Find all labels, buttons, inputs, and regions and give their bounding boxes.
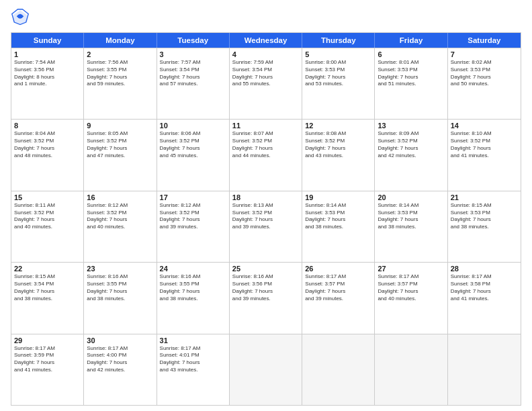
- day-info: Sunrise: 8:01 AM Sunset: 3:53 PM Dayligh…: [378, 59, 444, 88]
- calendar-day-20: 20Sunrise: 8:14 AM Sunset: 3:53 PM Dayli…: [375, 191, 447, 262]
- calendar-day-12: 12Sunrise: 8:08 AM Sunset: 3:52 PM Dayli…: [302, 120, 375, 190]
- weekday-header-friday: Friday: [375, 33, 447, 48]
- day-info: Sunrise: 8:17 AM Sunset: 3:57 PM Dayligh…: [378, 273, 444, 302]
- day-info: Sunrise: 8:08 AM Sunset: 3:52 PM Dayligh…: [305, 130, 371, 159]
- calendar-day-27: 27Sunrise: 8:17 AM Sunset: 3:57 PM Dayli…: [375, 263, 447, 333]
- day-number: 29: [14, 336, 81, 345]
- calendar-day-15: 15Sunrise: 8:11 AM Sunset: 3:52 PM Dayli…: [11, 191, 84, 262]
- day-number: 23: [87, 265, 153, 273]
- day-number: 4: [232, 50, 299, 58]
- calendar-day-22: 22Sunrise: 8:15 AM Sunset: 3:54 PM Dayli…: [11, 263, 84, 333]
- day-number: 7: [451, 50, 518, 58]
- calendar-day-23: 23Sunrise: 8:16 AM Sunset: 3:55 PM Dayli…: [84, 263, 157, 333]
- day-info: Sunrise: 8:10 AM Sunset: 3:52 PM Dayligh…: [451, 130, 518, 159]
- day-number: 10: [160, 122, 226, 130]
- day-number: 26: [305, 265, 371, 273]
- calendar-week-4: 22Sunrise: 8:15 AM Sunset: 3:54 PM Dayli…: [11, 262, 521, 333]
- calendar-header: SundayMondayTuesdayWednesdayThursdayFrid…: [11, 33, 521, 48]
- page: SundayMondayTuesdayWednesdayThursdayFrid…: [0, 0, 532, 411]
- day-info: Sunrise: 7:54 AM Sunset: 3:56 PM Dayligh…: [14, 59, 81, 88]
- day-info: Sunrise: 8:17 AM Sunset: 3:59 PM Dayligh…: [14, 345, 81, 374]
- day-info: Sunrise: 8:15 AM Sunset: 3:53 PM Dayligh…: [451, 202, 518, 231]
- day-number: 24: [160, 265, 226, 273]
- day-info: Sunrise: 8:02 AM Sunset: 3:53 PM Dayligh…: [451, 59, 518, 88]
- weekday-header-monday: Monday: [84, 33, 157, 48]
- day-info: Sunrise: 8:12 AM Sunset: 3:52 PM Dayligh…: [160, 202, 226, 231]
- weekday-header-saturday: Saturday: [448, 33, 521, 48]
- calendar-day-empty: [448, 334, 521, 405]
- calendar-day-3: 3Sunrise: 7:57 AM Sunset: 3:54 PM Daylig…: [157, 48, 230, 119]
- calendar-week-1: 1Sunrise: 7:54 AM Sunset: 3:56 PM Daylig…: [11, 48, 521, 119]
- calendar-day-6: 6Sunrise: 8:01 AM Sunset: 3:53 PM Daylig…: [375, 48, 447, 119]
- day-number: 28: [451, 265, 518, 273]
- day-number: 25: [232, 265, 299, 273]
- calendar-body: 1Sunrise: 7:54 AM Sunset: 3:56 PM Daylig…: [11, 48, 521, 405]
- calendar-day-29: 29Sunrise: 8:17 AM Sunset: 3:59 PM Dayli…: [11, 334, 84, 405]
- header: [11, 8, 521, 27]
- calendar-day-30: 30Sunrise: 8:17 AM Sunset: 4:00 PM Dayli…: [84, 334, 157, 405]
- calendar-week-2: 8Sunrise: 8:04 AM Sunset: 3:52 PM Daylig…: [11, 119, 521, 190]
- calendar-day-17: 17Sunrise: 8:12 AM Sunset: 3:52 PM Dayli…: [157, 191, 230, 262]
- calendar-day-16: 16Sunrise: 8:12 AM Sunset: 3:52 PM Dayli…: [84, 191, 157, 262]
- calendar-day-1: 1Sunrise: 7:54 AM Sunset: 3:56 PM Daylig…: [11, 48, 84, 119]
- day-number: 16: [87, 193, 153, 201]
- day-number: 30: [87, 336, 153, 345]
- calendar-day-26: 26Sunrise: 8:17 AM Sunset: 3:57 PM Dayli…: [302, 263, 375, 333]
- calendar-day-7: 7Sunrise: 8:02 AM Sunset: 3:53 PM Daylig…: [448, 48, 521, 119]
- day-info: Sunrise: 8:07 AM Sunset: 3:52 PM Dayligh…: [232, 130, 299, 159]
- day-info: Sunrise: 8:00 AM Sunset: 3:53 PM Dayligh…: [305, 59, 371, 88]
- day-number: 31: [160, 336, 226, 345]
- calendar-day-2: 2Sunrise: 7:56 AM Sunset: 3:55 PM Daylig…: [84, 48, 157, 119]
- day-number: 3: [160, 50, 226, 58]
- day-info: Sunrise: 8:17 AM Sunset: 3:57 PM Dayligh…: [305, 273, 371, 302]
- day-info: Sunrise: 8:17 AM Sunset: 4:01 PM Dayligh…: [160, 345, 226, 374]
- day-number: 8: [14, 122, 81, 130]
- calendar-day-9: 9Sunrise: 8:05 AM Sunset: 3:52 PM Daylig…: [84, 120, 157, 190]
- calendar-day-10: 10Sunrise: 8:06 AM Sunset: 3:52 PM Dayli…: [157, 120, 230, 190]
- day-number: 1: [14, 50, 81, 58]
- day-number: 11: [232, 122, 299, 130]
- calendar-week-3: 15Sunrise: 8:11 AM Sunset: 3:52 PM Dayli…: [11, 191, 521, 262]
- day-number: 22: [14, 265, 81, 273]
- day-number: 15: [14, 193, 81, 201]
- day-number: 19: [305, 193, 371, 201]
- calendar-day-28: 28Sunrise: 8:17 AM Sunset: 3:58 PM Dayli…: [448, 263, 521, 333]
- day-info: Sunrise: 7:56 AM Sunset: 3:55 PM Dayligh…: [87, 59, 153, 88]
- day-info: Sunrise: 8:13 AM Sunset: 3:52 PM Dayligh…: [232, 202, 299, 231]
- calendar-day-empty: [375, 334, 447, 405]
- weekday-header-sunday: Sunday: [11, 33, 84, 48]
- day-info: Sunrise: 8:14 AM Sunset: 3:53 PM Dayligh…: [305, 202, 371, 231]
- day-info: Sunrise: 8:05 AM Sunset: 3:52 PM Dayligh…: [87, 130, 153, 159]
- calendar: SundayMondayTuesdayWednesdayThursdayFrid…: [11, 32, 521, 406]
- calendar-day-13: 13Sunrise: 8:09 AM Sunset: 3:52 PM Dayli…: [375, 120, 447, 190]
- day-number: 12: [305, 122, 371, 130]
- day-info: Sunrise: 7:59 AM Sunset: 3:54 PM Dayligh…: [232, 59, 299, 88]
- day-info: Sunrise: 8:15 AM Sunset: 3:54 PM Dayligh…: [14, 273, 81, 302]
- calendar-day-11: 11Sunrise: 8:07 AM Sunset: 3:52 PM Dayli…: [230, 120, 302, 190]
- calendar-day-18: 18Sunrise: 8:13 AM Sunset: 3:52 PM Dayli…: [230, 191, 302, 262]
- day-info: Sunrise: 8:06 AM Sunset: 3:52 PM Dayligh…: [160, 130, 226, 159]
- day-number: 27: [378, 265, 444, 273]
- logo: [11, 8, 32, 27]
- day-info: Sunrise: 8:09 AM Sunset: 3:52 PM Dayligh…: [378, 130, 444, 159]
- day-number: 17: [160, 193, 226, 201]
- day-number: 9: [87, 122, 153, 130]
- weekday-header-tuesday: Tuesday: [157, 33, 230, 48]
- day-info: Sunrise: 8:16 AM Sunset: 3:56 PM Dayligh…: [232, 273, 299, 302]
- day-number: 20: [378, 193, 444, 201]
- day-info: Sunrise: 8:11 AM Sunset: 3:52 PM Dayligh…: [14, 202, 81, 231]
- day-info: Sunrise: 8:16 AM Sunset: 3:55 PM Dayligh…: [87, 273, 153, 302]
- day-info: Sunrise: 8:12 AM Sunset: 3:52 PM Dayligh…: [87, 202, 153, 231]
- weekday-header-wednesday: Wednesday: [230, 33, 302, 48]
- day-number: 21: [451, 193, 518, 201]
- calendar-day-21: 21Sunrise: 8:15 AM Sunset: 3:53 PM Dayli…: [448, 191, 521, 262]
- day-info: Sunrise: 8:17 AM Sunset: 3:58 PM Dayligh…: [451, 273, 518, 302]
- day-info: Sunrise: 8:16 AM Sunset: 3:55 PM Dayligh…: [160, 273, 226, 302]
- day-info: Sunrise: 8:14 AM Sunset: 3:53 PM Dayligh…: [378, 202, 444, 231]
- day-number: 5: [305, 50, 371, 58]
- day-number: 18: [232, 193, 299, 201]
- calendar-week-5: 29Sunrise: 8:17 AM Sunset: 3:59 PM Dayli…: [11, 334, 521, 405]
- logo-icon: [11, 8, 30, 27]
- calendar-day-19: 19Sunrise: 8:14 AM Sunset: 3:53 PM Dayli…: [302, 191, 375, 262]
- calendar-day-4: 4Sunrise: 7:59 AM Sunset: 3:54 PM Daylig…: [230, 48, 302, 119]
